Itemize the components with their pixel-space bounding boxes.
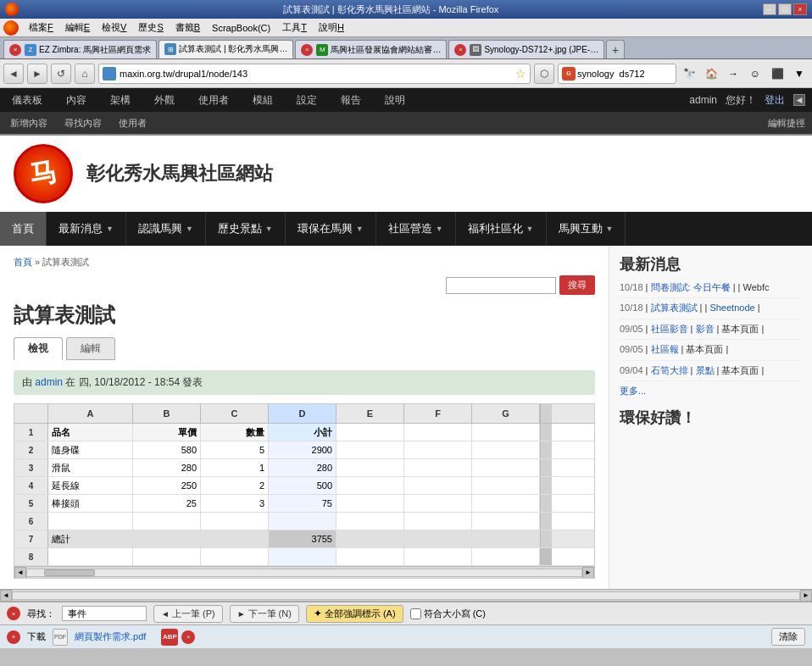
tab-view[interactable]: 檢視: [14, 337, 63, 360]
sidebar-search-button[interactable]: 搜尋: [559, 275, 595, 295]
ss-cell-3B[interactable]: 280: [133, 459, 201, 476]
news-more-link[interactable]: 更多...: [620, 386, 646, 396]
home2-icon[interactable]: 🏠: [702, 64, 720, 83]
menu-help[interactable]: 說明H: [314, 19, 349, 36]
admin-appearance[interactable]: 外觀: [149, 90, 180, 111]
menu-view[interactable]: 檢視V: [97, 19, 131, 36]
nav-interact[interactable]: 馬興互動 ▼: [547, 212, 626, 246]
ss-cell-8E[interactable]: [336, 548, 404, 565]
news-link-3a[interactable]: 社區影音: [651, 324, 688, 334]
ss-cell-4F[interactable]: [404, 477, 472, 494]
ss-cell-7D[interactable]: 3755: [269, 530, 336, 547]
ss-cell-7A[interactable]: 總計: [48, 530, 133, 547]
download-filename[interactable]: 網頁製作需求.pdf: [75, 630, 146, 643]
ss-cell-7G[interactable]: [472, 530, 540, 547]
ss-cell-3G[interactable]: [472, 459, 540, 476]
tab-zimbra[interactable]: × Z EZ Zimbra: 馬興社區網頁需求: [3, 40, 157, 58]
admin-content[interactable]: 內容: [61, 90, 92, 111]
news-link-2b[interactable]: Sheetnode: [709, 302, 754, 313]
dropdown-icon[interactable]: ▼: [790, 64, 809, 83]
ss-cell-1F[interactable]: [404, 424, 472, 441]
ss-cell-4D[interactable]: 500: [269, 477, 336, 494]
find-highlight-button[interactable]: ✦ 全部強調標示 (A): [306, 605, 403, 623]
news-link-3b[interactable]: 影音: [696, 324, 715, 334]
menu-history[interactable]: 歷史S: [133, 19, 168, 36]
ss-cell-8D[interactable]: [269, 548, 336, 565]
tab-maxin[interactable]: × M 馬興社區發展協會網站結審…: [295, 40, 447, 58]
ss-cell-8F[interactable]: [404, 548, 472, 565]
ss-cell-5E[interactable]: [336, 495, 404, 512]
find-close-icon[interactable]: ×: [7, 607, 20, 620]
ss-cell-6C[interactable]: [201, 513, 269, 530]
ss-cell-6F[interactable]: [404, 513, 472, 530]
ss-cell-3A[interactable]: 滑鼠: [48, 459, 133, 476]
admin-dashboard[interactable]: 儀表板: [7, 90, 47, 111]
adblock-close-icon[interactable]: ×: [181, 630, 195, 644]
ss-cell-4A[interactable]: 延長線: [48, 477, 133, 494]
ss-cell-3C[interactable]: 1: [201, 459, 269, 476]
reload-button[interactable]: ↺: [51, 64, 71, 84]
nav-welfare[interactable]: 福利社區化 ▼: [456, 212, 547, 246]
toolbar2-edit-shortcuts[interactable]: 編輯捷徑: [768, 117, 805, 130]
ss-cell-7F[interactable]: [404, 530, 472, 547]
bookmark-star-icon[interactable]: ☆: [515, 67, 526, 80]
tab-active[interactable]: ⊞ 試算表測試 | 彰化秀水馬興…: [159, 40, 293, 58]
admin-reports[interactable]: 報告: [336, 90, 366, 111]
ss-cell-5B[interactable]: 25: [133, 495, 201, 512]
find-input[interactable]: [62, 606, 147, 621]
menu-bookmarks[interactable]: 書籤B: [170, 19, 205, 36]
ss-cell-8B[interactable]: [133, 548, 201, 565]
h-scroll-track[interactable]: [26, 569, 582, 577]
url-input[interactable]: [120, 69, 512, 79]
smiley-icon[interactable]: ☺: [746, 64, 765, 83]
toolbar2-users[interactable]: 使用者: [115, 115, 150, 131]
ss-cell-5D[interactable]: 75: [269, 495, 336, 512]
ss-cell-4B[interactable]: 250: [133, 477, 201, 494]
ss-cell-4G[interactable]: [472, 477, 540, 494]
ss-cell-6D[interactable]: [269, 513, 336, 530]
menu-edit[interactable]: 編輯E: [60, 19, 95, 36]
arrow-icon[interactable]: →: [724, 64, 742, 83]
ss-cell-2E[interactable]: [336, 441, 404, 458]
ss-cell-2G[interactable]: [472, 441, 540, 458]
ss-cell-4C[interactable]: 2: [201, 477, 269, 494]
close-button[interactable]: ×: [793, 3, 807, 15]
news-link-5b[interactable]: 景點: [696, 365, 715, 375]
tab-close-zimbra[interactable]: ×: [9, 44, 21, 56]
ss-cell-6E[interactable]: [336, 513, 404, 530]
admin-logout[interactable]: 登出: [765, 93, 785, 108]
maximize-button[interactable]: □: [778, 3, 792, 15]
binoculars-icon[interactable]: 🔭: [680, 64, 698, 83]
find-next-button[interactable]: ► 下一筆 (N): [230, 605, 299, 623]
toolbar2-add-content[interactable]: 新增內容: [7, 115, 51, 131]
search-input[interactable]: [577, 69, 672, 79]
h-scroll-right[interactable]: ►: [582, 567, 594, 579]
admin-collapse-button[interactable]: ◄: [793, 94, 805, 106]
ss-cell-3E[interactable]: [336, 459, 404, 476]
tab-close-synology[interactable]: ×: [454, 44, 466, 56]
tab-close-maxin[interactable]: ×: [301, 44, 313, 56]
toolbar2-find-content[interactable]: 尋找內容: [61, 115, 105, 131]
ss-cell-1E[interactable]: [336, 424, 404, 441]
minimize-button[interactable]: −: [763, 3, 776, 15]
ss-cell-5C[interactable]: 3: [201, 495, 269, 512]
ss-cell-7B[interactable]: [133, 530, 201, 547]
nav-eco[interactable]: 環保在馬興 ▼: [286, 212, 376, 246]
menu-file[interactable]: 檔案F: [24, 19, 58, 36]
ss-cell-1C[interactable]: 數量: [201, 424, 269, 441]
ss-cell-2B[interactable]: 580: [133, 441, 201, 458]
menu-tools[interactable]: 工具T: [277, 19, 312, 36]
news-link-4a[interactable]: 社區報: [651, 344, 679, 354]
browser-h-scroll-track[interactable]: [12, 591, 800, 600]
ss-cell-2F[interactable]: [404, 441, 472, 458]
ss-cell-2C[interactable]: 5: [201, 441, 269, 458]
tab-edit[interactable]: 編輯: [66, 337, 115, 360]
admin-modules[interactable]: 模組: [247, 90, 278, 111]
admin-users[interactable]: 使用者: [193, 90, 234, 111]
ss-cell-1B[interactable]: 單價: [133, 424, 201, 441]
sidebar-search-input[interactable]: [446, 277, 556, 294]
ss-cell-7C[interactable]: [201, 530, 269, 547]
find-matchcase-checkbox[interactable]: [410, 608, 421, 619]
back-button[interactable]: ◄: [3, 64, 24, 84]
ss-cell-1G[interactable]: [472, 424, 540, 441]
